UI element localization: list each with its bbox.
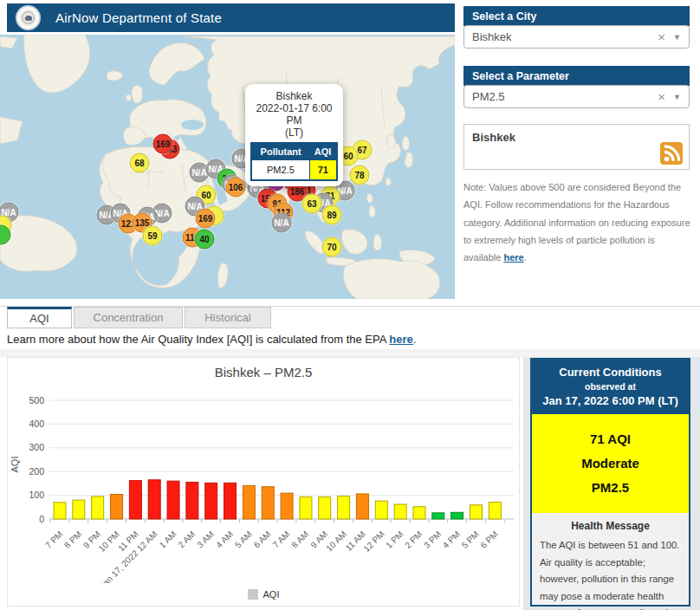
rss-icon[interactable]	[660, 142, 683, 165]
cc-subtitle: observed at	[535, 381, 685, 392]
aqi-bar[interactable]	[111, 495, 123, 519]
aqi-bar[interactable]	[92, 496, 104, 519]
aqi-bar-chart: 0100200300400500AQI7 PM8 PM9 PM10 PM11 P…	[8, 382, 519, 583]
app-header: AirNow Department of State	[7, 3, 455, 32]
legend-label: AQI	[263, 589, 280, 600]
x-tick-label: 3 PM	[422, 529, 443, 550]
aqi-chart-panel: Bishkek – PM2.5 0100200300400500AQI7 PM8…	[7, 357, 520, 607]
map-marker[interactable]: 78	[350, 165, 370, 185]
aqi-bar[interactable]	[375, 501, 387, 519]
city-feed-box: Bishkek	[463, 124, 690, 170]
cc-aqi-block: 71 AQI Moderate PM2.5	[532, 414, 689, 513]
y-tick-label: 100	[29, 490, 44, 500]
aqi-bar[interactable]	[205, 483, 217, 519]
x-tick-label: 1 PM	[384, 529, 405, 550]
aqi-bar[interactable]	[489, 503, 501, 519]
aqi-bar[interactable]	[432, 513, 444, 519]
background-band	[0, 349, 700, 357]
y-tick-label: 200	[29, 466, 44, 477]
app-title: AirNow Department of State	[55, 10, 222, 25]
map-marker[interactable]: 89	[322, 205, 342, 225]
x-tick-label: 3 AM	[195, 529, 216, 550]
aqi-bar[interactable]	[167, 481, 179, 519]
map-marker[interactable]: 68	[130, 153, 150, 173]
popup-pollutant-value: PM2.5	[251, 160, 309, 181]
x-tick-label: 2 AM	[176, 529, 197, 550]
map-marker[interactable]: N/A	[272, 213, 292, 233]
city-clear-icon[interactable]: ×	[658, 30, 665, 43]
x-tick-label: 6 PM	[478, 529, 499, 550]
map-marker[interactable]: 169	[196, 209, 216, 229]
aqi-bar[interactable]	[54, 503, 66, 519]
y-tick-label: 400	[29, 419, 44, 429]
aqi-bar[interactable]	[451, 512, 463, 519]
popup-aqi-table: Pollutant AQI PM2.5 71	[250, 142, 338, 181]
epa-here-link[interactable]: here	[389, 333, 412, 346]
cc-title: Current Conditions	[535, 366, 685, 379]
legend-swatch	[248, 589, 258, 600]
aqi-bar[interactable]	[394, 504, 406, 519]
aqi-bar[interactable]	[262, 487, 274, 519]
aqi-bar[interactable]	[281, 493, 293, 519]
tab-concentration[interactable]: Concentration	[74, 307, 183, 328]
aqi-bar[interactable]	[300, 497, 312, 519]
select-city-header: Select a City	[463, 6, 690, 26]
x-tick-label: 12 PM	[361, 529, 386, 554]
current-conditions-header: Current Conditions observed at Jan 17, 2…	[532, 360, 689, 414]
airnow-page: AirNow Department of State	[0, 0, 700, 610]
map-marker[interactable]: 63	[302, 194, 322, 214]
x-tick-label: 5 PM	[460, 529, 481, 550]
aqi-bar[interactable]	[413, 507, 425, 519]
aqi-bar[interactable]	[243, 485, 255, 519]
x-tick-label: 6 AM	[252, 529, 273, 550]
aqi-bar[interactable]	[356, 494, 368, 519]
x-tick-label: 1 AM	[158, 529, 178, 550]
y-tick-label: 300	[29, 442, 44, 452]
note-here-link[interactable]: here	[503, 252, 523, 263]
x-tick-label: 4 AM	[214, 529, 235, 550]
x-tick-label: 7 PM	[43, 529, 64, 550]
aqi-bar[interactable]	[470, 505, 482, 519]
x-tick-label: 10 AM	[324, 529, 348, 554]
x-tick-label: 8 AM	[289, 529, 310, 550]
x-tick-label: 2 PM	[403, 529, 424, 550]
map-marker[interactable]: 40	[195, 230, 215, 250]
map-marker[interactable]: 59	[143, 226, 163, 246]
aqi-bar[interactable]	[224, 483, 237, 519]
y-tick-label: 500	[29, 395, 44, 406]
popup-city: Bishkek	[250, 90, 339, 102]
note-text: Note: Values above 500 are considered Be…	[463, 178, 694, 267]
aqi-bar[interactable]	[186, 483, 198, 519]
chart-legend: AQI	[8, 589, 519, 600]
city-select[interactable]: Bishkek × ▼	[463, 25, 690, 49]
parameter-clear-icon[interactable]: ×	[658, 90, 665, 103]
parameter-select[interactable]: PM2.5 × ▼	[463, 85, 690, 108]
current-conditions-panel: Current Conditions observed at Jan 17, 2…	[530, 358, 690, 607]
aqi-bar[interactable]	[129, 481, 141, 519]
popup-datetime: 2022-01-17 6:00 PM	[250, 102, 339, 127]
tab-aqi[interactable]: AQI	[7, 307, 72, 328]
tab-historical[interactable]: Historical	[185, 307, 271, 328]
aqi-bar[interactable]	[319, 497, 331, 519]
popup-col-aqi: AQI	[309, 143, 337, 160]
y-axis-label: AQI	[10, 457, 20, 473]
basemap	[0, 35, 455, 299]
x-tick-label: 10 PM	[97, 529, 121, 554]
popup-timezone: (LT)	[250, 127, 339, 139]
cc-aqi-value: 71 AQI	[535, 427, 685, 451]
aqi-bar[interactable]	[338, 496, 350, 519]
chart-title: Bishkek – PM2.5	[8, 365, 519, 380]
parameter-caret-down-icon[interactable]: ▼	[673, 93, 681, 101]
city-caret-down-icon[interactable]: ▼	[673, 33, 681, 42]
popup-col-pollutant: Pollutant	[251, 143, 309, 160]
health-message-title: Health Message	[540, 520, 681, 532]
learn-more-text: Learn more about how the Air Quality Ind…	[7, 333, 416, 346]
map-marker[interactable]: 106	[226, 178, 246, 198]
aqi-bar[interactable]	[148, 480, 160, 519]
map-marker[interactable]: 169	[153, 134, 173, 154]
health-message-text: The AQI is between 51 and 100. Air quali…	[540, 537, 681, 610]
select-parameter-header: Select a Parameter	[463, 66, 690, 86]
world-aqi-map[interactable]: 15316968N/AN/AN/AN/AN/A12113559N/AN/A31N…	[0, 35, 455, 299]
map-marker[interactable]: 70	[322, 237, 342, 257]
aqi-bar[interactable]	[73, 500, 85, 519]
